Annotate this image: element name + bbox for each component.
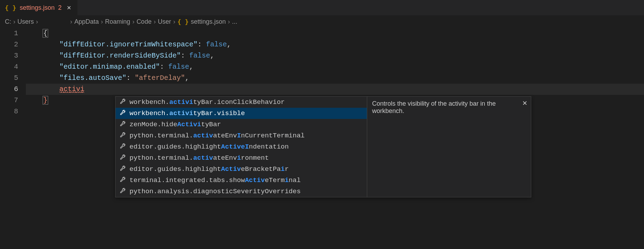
suggest-item-label: python.terminal.activateEnvInCurrentTerm… [129,132,305,139]
editor[interactable]: 1 2 3 4 5 6 7 8 { "diffEditor.ignoreTrim… [0,28,644,117]
suggest-item[interactable]: terminal.integrated.tabs.showActiveTermi… [116,175,367,186]
chevron-right-icon: › [101,18,103,25]
suggest-item[interactable]: python.terminal.activateEnvInCurrentTerm… [116,130,367,141]
suggest-item-label: editor.guides.highlightActiveBracketPair [129,165,289,173]
breadcrumb-segment[interactable]: User [158,18,171,25]
suggest-item[interactable]: workbench.activityBar.iconClickBehavior [116,97,367,108]
chevron-right-icon: › [132,18,134,25]
suggest-item[interactable]: python.terminal.activateEnvironment [116,152,367,164]
breadcrumb-tail[interactable]: ... [232,18,237,25]
chevron-right-icon: › [228,18,230,25]
breadcrumb-segment[interactable]: Users [17,18,34,25]
chevron-right-icon: › [13,18,15,25]
suggest-item[interactable]: editor.guides.highlightActiveBracketPair [116,164,367,175]
brace-open: { [43,29,48,38]
suggest-item-label: editor.guides.highlightActiveIndentation [129,143,289,151]
breadcrumb-file[interactable]: { } settings.json [177,18,226,25]
brace-close: } [43,96,48,105]
suggest-widget: workbench.activityBar.iconClickBehaviorw… [115,96,531,197]
suggest-list[interactable]: workbench.activityBar.iconClickBehaviorw… [116,97,367,197]
breadcrumb-segment[interactable]: Roaming [105,18,130,25]
breadcrumb-segment[interactable]: Code [136,18,151,25]
chevron-right-icon: › [154,18,156,25]
wrench-icon [120,165,126,173]
suggest-item-label: python.analysis.diagnosticSeverityOverri… [129,188,301,195]
suggest-item-label: python.terminal.activateEnvironment [129,154,269,162]
tab-label: settings.json [20,4,55,12]
suggest-item-label: terminal.integrated.tabs.showActiveTermi… [129,176,301,184]
typed-text: activi [59,85,84,93]
suggest-item[interactable]: python.analysis.diagnosticSeverityOverri… [116,186,367,197]
suggest-doc-text: Controls the visibility of the activity … [372,100,496,114]
suggest-item[interactable]: workbench.activityBar.visible [116,108,367,119]
wrench-icon [120,154,126,162]
chevron-right-icon: › [173,18,175,25]
breadcrumb-segment[interactable]: C: [5,18,11,25]
suggest-item-label: workbench.activityBar.iconClickBehavior [129,98,285,106]
tab-settings-json[interactable]: { } settings.json 2 ✕ [0,0,78,15]
wrench-icon [120,143,126,151]
wrench-icon [120,109,126,118]
wrench-icon [120,187,126,196]
wrench-icon [120,98,126,106]
line-number-gutter: 1 2 3 4 5 6 7 8 [0,28,26,117]
close-icon[interactable]: ✕ [522,99,527,107]
breadcrumb-segment[interactable]: AppData [74,18,99,25]
close-icon[interactable]: ✕ [65,4,73,12]
suggest-item-label: workbench.activityBar.visible [129,110,245,117]
wrench-icon [120,176,126,184]
suggest-doc: Controls the visibility of the activity … [367,97,531,197]
wrench-icon [120,131,126,140]
suggest-item-label: zenMode.hideActivityBar [129,121,221,128]
json-braces-icon: { } [5,4,16,12]
breadcrumb[interactable]: C: › Users › › AppData › Roaming › Code … [0,15,644,28]
suggest-item[interactable]: zenMode.hideActivityBar [116,119,367,130]
json-braces-icon: { } [177,18,189,25]
chevron-right-icon: › [70,18,72,25]
chevron-right-icon: › [36,18,38,25]
tab-problem-count: 2 [58,4,62,12]
code-area[interactable]: { "diffEditor.ignoreTrimWhitespace": fal… [26,28,644,117]
tab-bar: { } settings.json 2 ✕ [0,0,644,15]
suggest-item[interactable]: editor.guides.highlightActiveIndentation [116,141,367,152]
wrench-icon [120,120,126,129]
